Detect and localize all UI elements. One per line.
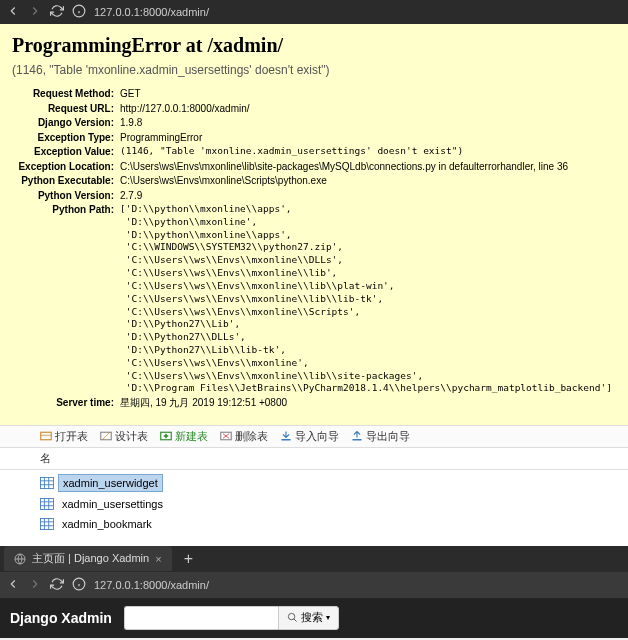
export-wizard-button[interactable]: 导出向导 xyxy=(351,429,410,444)
forward-icon[interactable] xyxy=(28,577,42,593)
search-button[interactable]: 搜索 ▾ xyxy=(278,606,339,630)
value-python-executable: C:\Users\ws\Envs\mxonline\Scripts\python… xyxy=(120,174,327,188)
browser2-addressbar: 127.0.0.1:8000/xadmin/ xyxy=(0,572,628,598)
django-error-page: ProgrammingError at /xadmin/ (1146, "Tab… xyxy=(0,24,628,425)
svg-rect-24 xyxy=(41,518,54,529)
table-icon xyxy=(40,477,54,489)
new-table-button[interactable]: 新建表 xyxy=(160,429,208,444)
value-python-version: 2.7.9 xyxy=(120,189,142,203)
svg-rect-12 xyxy=(282,439,291,441)
table-name: xadmin_bookmark xyxy=(58,516,156,532)
table-row[interactable]: xadmin_userwidget xyxy=(40,472,628,494)
db-table-list: xadmin_userwidget xadmin_usersettings xa… xyxy=(0,470,628,542)
svg-rect-14 xyxy=(41,477,54,488)
info-icon[interactable] xyxy=(72,577,86,593)
value-python-path: ['D:\\python\\mxonline\\apps', 'D:\\pyth… xyxy=(120,203,612,395)
new-tab-button[interactable]: + xyxy=(178,550,199,568)
value-exception-location: C:\Users\ws\Envs\mxonline\lib\site-packa… xyxy=(120,160,568,174)
value-request-url: http://127.0.0.1:8000/xadmin/ xyxy=(120,102,250,116)
table-name: xadmin_userwidget xyxy=(58,474,163,492)
label-python-path: Python Path: xyxy=(12,203,120,395)
label-request-method: Request Method: xyxy=(12,87,120,101)
info-icon[interactable] xyxy=(72,4,86,20)
svg-rect-19 xyxy=(41,498,54,509)
value-exception-type: ProgrammingError xyxy=(120,131,202,145)
browser1-url[interactable]: 127.0.0.1:8000/xadmin/ xyxy=(94,6,209,18)
back-icon[interactable] xyxy=(6,4,20,20)
label-exception-type: Exception Type: xyxy=(12,131,120,145)
globe-icon xyxy=(14,553,26,565)
db-toolbar: 打开表 设计表 新建表 删除表 导入向导 导出向导 xyxy=(0,425,628,448)
label-python-executable: Python Executable: xyxy=(12,174,120,188)
open-table-button[interactable]: 打开表 xyxy=(40,429,88,444)
search-form: 搜索 ▾ xyxy=(124,606,339,630)
table-row[interactable]: xadmin_bookmark xyxy=(40,514,628,534)
xadmin-header: Django Xadmin 搜索 ▾ xyxy=(0,598,628,638)
browser2-tab-title: 主页面 | Django Xadmin xyxy=(32,551,149,566)
import-wizard-button[interactable]: 导入向导 xyxy=(280,429,339,444)
value-exception-value: (1146, "Table 'mxonline.xadmin_usersetti… xyxy=(120,145,463,159)
label-exception-value: Exception Value: xyxy=(12,145,120,159)
browser2-tabstrip: 主页面 | Django Xadmin × + xyxy=(0,546,628,572)
search-icon xyxy=(287,612,298,623)
svg-point-33 xyxy=(288,614,294,620)
db-column-header: 名 xyxy=(0,448,628,470)
xadmin-brand[interactable]: Django Xadmin xyxy=(10,610,112,626)
label-python-version: Python Version: xyxy=(12,189,120,203)
svg-rect-13 xyxy=(353,439,362,441)
browser2-window: 主页面 | Django Xadmin × + 127.0.0.1:8000/x… xyxy=(0,546,628,640)
forward-icon[interactable] xyxy=(28,4,42,20)
error-subtitle: (1146, "Table 'mxonline.xadmin_usersetti… xyxy=(12,63,616,77)
table-icon xyxy=(40,498,54,510)
error-details: Request Method:GET Request URL:http://12… xyxy=(12,87,616,410)
close-icon[interactable]: × xyxy=(155,553,161,565)
value-request-method: GET xyxy=(120,87,141,101)
label-exception-location: Exception Location: xyxy=(12,160,120,174)
chevron-down-icon: ▾ xyxy=(326,613,330,622)
label-server-time: Server time: xyxy=(12,396,120,410)
search-input[interactable] xyxy=(124,606,278,630)
browser2-tab[interactable]: 主页面 | Django Xadmin × xyxy=(4,546,172,571)
label-django-version: Django Version: xyxy=(12,116,120,130)
table-name: xadmin_usersettings xyxy=(58,496,167,512)
svg-line-34 xyxy=(294,619,297,622)
reload-icon[interactable] xyxy=(50,577,64,593)
design-table-button[interactable]: 设计表 xyxy=(100,429,148,444)
back-icon[interactable] xyxy=(6,577,20,593)
label-request-url: Request URL: xyxy=(12,102,120,116)
browser1-toolbar: 127.0.0.1:8000/xadmin/ xyxy=(0,0,628,24)
table-row[interactable]: xadmin_usersettings xyxy=(40,494,628,514)
reload-icon[interactable] xyxy=(50,4,64,20)
value-django-version: 1.9.8 xyxy=(120,116,142,130)
value-server-time: 星期四, 19 九月 2019 19:12:51 +0800 xyxy=(120,396,287,410)
svg-rect-3 xyxy=(41,432,52,440)
error-title: ProgrammingError at /xadmin/ xyxy=(12,34,616,57)
delete-table-button[interactable]: 删除表 xyxy=(220,429,268,444)
table-icon xyxy=(40,518,54,530)
browser2-url[interactable]: 127.0.0.1:8000/xadmin/ xyxy=(94,579,209,591)
